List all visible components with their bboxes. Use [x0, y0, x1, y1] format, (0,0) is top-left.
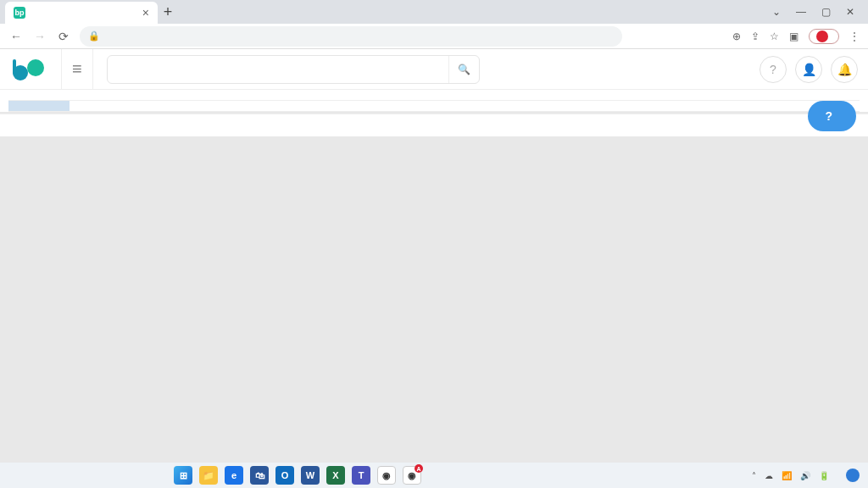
zoom-icon[interactable]: ⊕: [732, 30, 741, 42]
maximize-icon[interactable]: ▢: [821, 6, 831, 18]
chrome-active-icon[interactable]: ◉ A: [403, 466, 421, 485]
app-logo[interactable]: [10, 54, 47, 85]
chevron-down-icon[interactable]: ⌄: [772, 6, 781, 18]
share-icon[interactable]: ⇪: [751, 30, 760, 42]
close-tab-icon[interactable]: ×: [142, 6, 149, 19]
back-icon[interactable]: ←: [8, 30, 24, 43]
help-icon: ?: [825, 109, 832, 123]
kebab-menu-icon[interactable]: ⋮: [849, 30, 860, 42]
job-header-strip: [8, 90, 860, 101]
help-button[interactable]: ?: [760, 56, 787, 83]
tray-chevron-icon[interactable]: ˄: [752, 471, 756, 480]
reload-icon[interactable]: ⟳: [56, 30, 71, 43]
notification-badge[interactable]: [846, 469, 860, 482]
extensions-icon[interactable]: ▣: [789, 30, 798, 42]
minimize-icon[interactable]: —: [796, 6, 806, 18]
team-row: [8, 101, 860, 112]
support-button[interactable]: ?: [808, 101, 856, 131]
notifications-button[interactable]: 🔔: [831, 56, 858, 83]
svg-rect-2: [13, 59, 16, 75]
outlook-icon[interactable]: O: [275, 466, 294, 485]
team-label: [8, 101, 70, 111]
search-box[interactable]: 🔍: [107, 55, 480, 84]
address-bar[interactable]: 🔒: [80, 26, 622, 47]
word-icon[interactable]: W: [301, 466, 320, 485]
battery-icon[interactable]: 🔋: [819, 471, 829, 480]
search-input[interactable]: [108, 63, 448, 75]
onedrive-icon[interactable]: ☁: [765, 471, 773, 480]
chrome-icon[interactable]: ◉: [377, 466, 396, 485]
new-tab-button[interactable]: +: [158, 2, 178, 22]
search-icon: 🔍: [458, 64, 470, 75]
profile-paused-badge[interactable]: [809, 29, 839, 44]
edge-icon[interactable]: e: [225, 466, 243, 485]
explorer-icon[interactable]: 📁: [199, 466, 218, 485]
menu-button[interactable]: ≡: [61, 49, 93, 89]
bookmark-icon[interactable]: ☆: [770, 30, 779, 42]
close-window-icon[interactable]: ✕: [846, 6, 854, 18]
teams-icon[interactable]: T: [352, 466, 370, 485]
lock-icon: 🔒: [88, 30, 100, 42]
volume-icon[interactable]: 🔊: [800, 471, 810, 480]
excel-icon[interactable]: X: [326, 466, 345, 485]
forward-icon[interactable]: →: [32, 30, 47, 43]
wifi-icon[interactable]: 📶: [782, 471, 792, 480]
browser-tab[interactable]: bp ×: [5, 2, 158, 24]
favicon-icon: bp: [14, 7, 25, 19]
profile-avatar-icon: [816, 30, 828, 42]
svg-point-1: [27, 59, 44, 76]
windows-taskbar[interactable]: ⊞ 📁 e 🛍 O W X T ◉ ◉ A ˄ ☁ 📶 🔊 🔋: [0, 463, 868, 488]
start-icon[interactable]: ⊞: [174, 466, 192, 485]
user-button[interactable]: 👤: [795, 56, 822, 83]
store-icon[interactable]: 🛍: [250, 466, 269, 485]
search-button[interactable]: 🔍: [448, 56, 479, 83]
